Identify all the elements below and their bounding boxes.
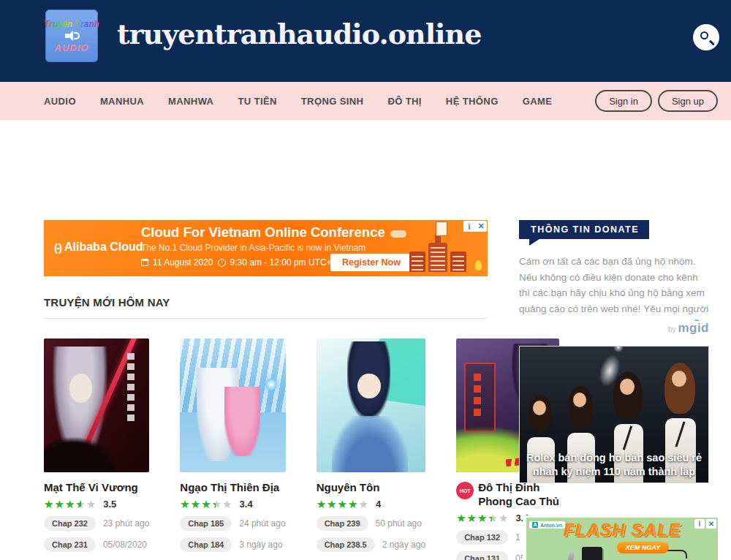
star-icons-filled: ★★★★★ [456,512,492,523]
nav-item-trong-sinh[interactable]: TRỌNG SINH [301,96,364,107]
flash-sale-ad[interactable]: A Anten.vn FLASH SALE XEM NGAY i ✕ [523,515,720,560]
calendar-icon [141,259,148,266]
flash-sale-title: FLASH SALE [526,520,718,540]
speaker-icon [64,31,80,41]
donate-heading: THÔNG TIN DONATE [519,220,649,239]
chapter-time: 24 phút ago [239,518,285,529]
chapter-time: 50 phút ago [376,518,422,529]
chapter-row: Chap 238.5 2 ngày ago [317,537,425,552]
alibaba-brackets-icon: (-) [54,241,61,254]
register-now-button[interactable]: Register Now [330,254,412,271]
chapter-row: Chap 232 23 phút ago [44,516,149,531]
rating-value: 4 [376,499,381,510]
ad-corner-controls: i ✕ [463,221,487,232]
ad-close-icon[interactable]: ✕ [475,221,487,232]
native-ad[interactable]: Rolex bán đồng hồ bản sao siêu rẻ nhân k… [519,346,709,483]
ad-info-icon[interactable]: i [694,519,705,529]
main-nav: AUDIO MANHUA MANHWA TU TIÊN TRỌNG SINH Đ… [0,82,731,120]
nav-item-manhua[interactable]: MANHUA [100,96,144,107]
chapter-chip[interactable]: Chap 232 [44,516,96,531]
phone-product-image [582,547,602,560]
hot-badge: HOT [456,482,474,499]
ad-date: 11 August 2020 [153,257,213,268]
page: Truyện Tranh AUDIO truyentranhaudio.onli… [0,0,731,560]
site-title[interactable]: truyentranhaudio.online [117,18,481,50]
sidebar: THÔNG TIN DONATE Cám ơn tất cả các bạn đ… [519,220,709,483]
rating-value: 3.5 [103,499,116,510]
section-divider [44,318,488,319]
chapter-time: 3 ngày ago [239,540,282,550]
star-icons-filled: ★★★★★ [44,499,81,510]
mgid-attribution[interactable]: by mgid~ [519,321,709,336]
chapter-time: 05/08/2020 [103,540,147,550]
microphone-product-image [567,549,576,560]
search-button[interactable] [693,24,719,50]
nav-item-game[interactable]: GAME [523,96,553,107]
chapter-row: Chap 184 3 ngày ago [180,537,285,552]
mgid-by-label: by [668,325,676,333]
comic-cover[interactable] [180,338,285,472]
sign-in-button[interactable]: Sign in [595,90,652,112]
flash-ad-controls: i ✕ [694,519,716,529]
xem-ngay-button[interactable]: XEM NGAY [617,542,669,553]
auth-buttons: Sign in Sign up [595,90,718,112]
chapter-chip[interactable]: Chap 131 [456,551,508,560]
star-icons-filled: ★★★★★ [180,499,216,510]
chapter-chip[interactable]: Chap 185 [180,516,232,531]
alibaba-banner-ad[interactable]: (-) Alibaba Cloud Cloud For Vietnam Onli… [44,220,488,276]
ad-title: Cloud For Vietnam Online Conference [141,224,382,241]
chapter-chip[interactable]: Chap 238.5 [317,537,375,552]
logo-audio-label: AUDIO [55,42,89,53]
nav-item-he-thong[interactable]: HỆ THỐNG [446,96,499,107]
chapter-chip[interactable]: Chap 239 [317,516,368,531]
sign-up-button[interactable]: Sign up [658,90,718,112]
rating-row: ★★★★★ ★★★★★ 3.4 [180,499,285,510]
star-rating-icons: ★★★★★ ★★★★★ [44,499,96,510]
comic-card: Nguyên Tôn ★★★★★ ★★★★★ 4 Chap 239 50 phú… [317,338,425,560]
alibaba-cloud-logo: (-) Alibaba Cloud [54,241,143,254]
alibaba-brand-text: Alibaba Cloud [64,241,143,254]
star-rating-icons: ★★★★★ ★★★★★ [180,499,232,510]
section-title: TRUYỆN MỚI HÔM NAY [44,296,488,309]
nav-items: AUDIO MANHUA MANHWA TU TIÊN TRỌNG SINH Đ… [44,96,552,107]
comic-cover[interactable] [317,338,425,472]
ad-choices-icon [436,222,447,236]
chapter-chip[interactable]: Chap 231 [44,537,96,552]
nav-item-do-thi[interactable]: ĐÔ THỊ [387,96,421,107]
ad-close-icon[interactable]: ✕ [706,519,716,529]
comic-card-grid: Mạt Thế Vi Vương ★★★★★ ★★★★★ 3.5 Chap 23… [44,338,488,560]
comic-title[interactable]: Đô Thị Đỉnh Phong Cao Thủ [478,481,559,509]
rating-row: ★★★★★ ★★★★★ 3.5 [44,499,149,510]
star-rating-icons: ★★★★★ ★★★★★ [317,499,369,510]
chapter-time: 2 ngày ago [382,540,425,550]
nav-item-audio[interactable]: AUDIO [44,96,76,107]
chapter-time: 23 phút ago [103,518,149,529]
logo-script-text: Truyện Tranh [44,19,99,29]
nav-item-tu-tien[interactable]: TU TIÊN [238,96,276,107]
flash-sale-creative: A Anten.vn FLASH SALE XEM NGAY i ✕ [526,518,718,560]
donate-text: Cám ơn tất cả các bạn đã ủng hộ nhóm. Nế… [519,254,709,317]
rating-row: ★★★★★ ★★★★★ 4 [317,499,425,510]
ad-info-icon[interactable]: i [463,221,475,232]
site-logo[interactable]: Truyện Tranh AUDIO [45,10,98,62]
search-icon [700,31,708,39]
main-content: (-) Alibaba Cloud Cloud For Vietnam Onli… [44,220,488,560]
native-ad-caption[interactable]: Rolex bán đồng hồ bản sao siêu rẻ nhân k… [520,451,708,479]
chapter-row: Chap 239 50 phút ago [317,516,425,531]
chapter-chip[interactable]: Chap 132 [456,530,508,545]
chapter-row: Chap 185 24 phút ago [180,516,285,531]
chapter-row: Chap 231 05/08/2020 [44,537,149,552]
star-rating-icons: ★★★★★ ★★★★★ [456,512,509,523]
chapter-chip[interactable]: Chap 184 [180,537,232,552]
comic-title[interactable]: Mạt Thế Vi Vương [44,481,138,495]
nav-item-manhwa[interactable]: MANHWA [168,96,213,107]
clock-icon [218,259,226,267]
comic-title[interactable]: Ngạo Thị Thiên Địa [180,481,279,495]
star-icons-filled: ★★★★★ [317,499,359,510]
comic-card: Ngạo Thị Thiên Địa ★★★★★ ★★★★★ 3.4 Chap … [180,338,285,560]
comic-cover[interactable] [44,338,149,472]
comic-title[interactable]: Nguyên Tôn [317,481,380,495]
ad-subtitle: The No.1 Cloud Provider in Asia-Pacific … [141,243,382,253]
mgid-logo: mgid~ [678,321,709,335]
header: Truyện Tranh AUDIO truyentranhaudio.onli… [0,0,731,82]
